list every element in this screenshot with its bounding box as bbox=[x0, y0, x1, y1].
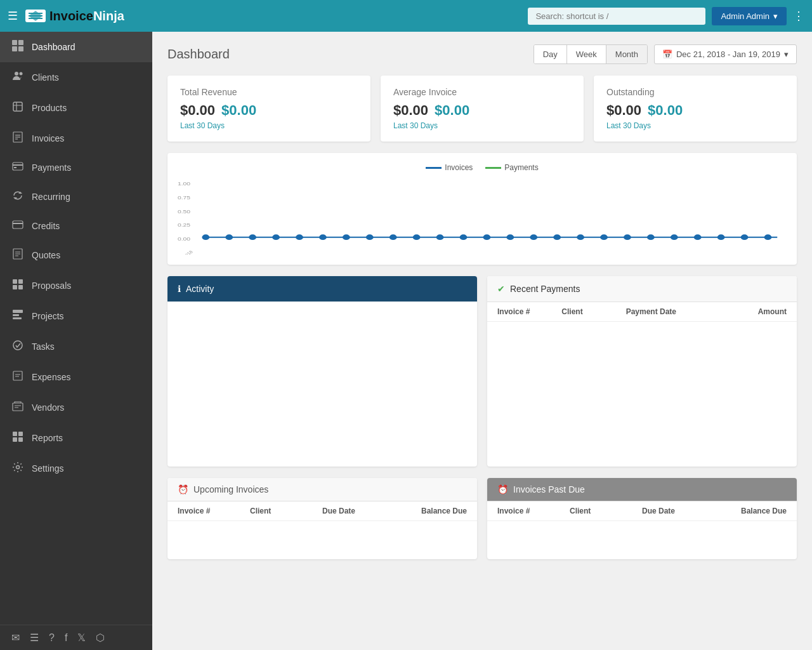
stat-sub-avg: Last 30 Days bbox=[393, 121, 571, 130]
sidebar-label-vendors: Vendors bbox=[32, 402, 64, 413]
stat-title-revenue: Total Revenue bbox=[180, 87, 358, 97]
svg-point-58 bbox=[366, 234, 374, 240]
search-input[interactable] bbox=[528, 8, 705, 25]
svg-text:0.75: 0.75 bbox=[178, 195, 190, 200]
sidebar-label-tasks: Tasks bbox=[32, 342, 55, 352]
topnav: ☰ InvoiceNinja Admin Admin ▾ ⋮ bbox=[0, 0, 812, 32]
expenses-icon bbox=[11, 370, 24, 384]
sidebar-item-dashboard[interactable]: Dashboard bbox=[0, 32, 152, 62]
svg-rect-30 bbox=[13, 310, 23, 313]
date-range-button[interactable]: 📅 Dec 21, 2018 - Jan 19, 2019 ▾ bbox=[654, 44, 797, 64]
upcoming-invoices-card: ⏰ Upcoming Invoices Invoice # Client Due… bbox=[167, 478, 477, 559]
past-due-card: ⏰ Invoices Past Due Invoice # Client Due… bbox=[487, 478, 797, 559]
app-logo: InvoiceNinja bbox=[25, 9, 124, 23]
svg-point-65 bbox=[530, 234, 537, 240]
sidebar-item-tasks[interactable]: Tasks bbox=[0, 331, 152, 362]
period-day-button[interactable]: Day bbox=[534, 45, 567, 63]
dashboard-header: Dashboard Day Week Month 📅 Dec 21, 2018 … bbox=[167, 44, 797, 64]
svg-text:0.25: 0.25 bbox=[178, 223, 190, 228]
past-due-col4: Balance Due bbox=[714, 507, 787, 515]
past-due-body bbox=[487, 521, 797, 559]
sidebar-item-clients[interactable]: Clients bbox=[0, 62, 152, 93]
period-month-button[interactable]: Month bbox=[606, 45, 647, 63]
legend-payments: Payments bbox=[485, 163, 538, 172]
recurring-icon bbox=[11, 190, 24, 204]
upcoming-invoices-title: Upcoming Invoices bbox=[193, 484, 268, 494]
svg-point-51 bbox=[202, 234, 209, 240]
sidebar-item-payments[interactable]: Payments bbox=[0, 154, 152, 182]
sidebar-item-products[interactable]: Products bbox=[0, 93, 152, 123]
menu-dots-icon[interactable]: ⋮ bbox=[793, 9, 804, 23]
activity-info-icon: ℹ bbox=[178, 284, 181, 294]
sidebar-label-proposals: Proposals bbox=[32, 281, 71, 291]
payments-icon bbox=[11, 162, 24, 173]
mail-icon[interactable]: ✉ bbox=[11, 632, 20, 644]
products-icon bbox=[11, 101, 24, 115]
svg-rect-42 bbox=[13, 437, 17, 442]
sidebar-item-vendors[interactable]: Vendors bbox=[0, 392, 152, 423]
svg-rect-40 bbox=[13, 432, 17, 436]
sidebar-item-invoices[interactable]: Invoices bbox=[0, 123, 152, 154]
sidebar-item-projects[interactable]: Projects bbox=[0, 301, 152, 331]
vendors-icon bbox=[11, 401, 24, 415]
facebook-icon[interactable]: f bbox=[65, 632, 67, 644]
svg-point-75 bbox=[764, 234, 772, 240]
checkmark-icon: ✔ bbox=[497, 284, 505, 294]
sidebar-item-settings[interactable]: Settings bbox=[0, 453, 152, 484]
sidebar-item-credits[interactable]: Credits bbox=[0, 212, 152, 240]
svg-point-54 bbox=[272, 234, 280, 240]
legend-invoices-label: Invoices bbox=[445, 163, 473, 172]
activity-title: Activity bbox=[186, 284, 214, 294]
upcoming-invoices-body bbox=[167, 521, 477, 559]
sidebar-item-recurring[interactable]: Recurring bbox=[0, 182, 152, 212]
sidebar-item-expenses[interactable]: Expenses bbox=[0, 362, 152, 392]
list-icon[interactable]: ☰ bbox=[30, 632, 39, 644]
quotes-icon bbox=[11, 248, 24, 262]
svg-point-52 bbox=[225, 234, 233, 240]
credits-icon bbox=[11, 220, 24, 232]
stat-values-avg: $0.00 $0.00 bbox=[393, 102, 571, 119]
period-week-button[interactable]: Week bbox=[567, 45, 606, 63]
hamburger-icon[interactable]: ☰ bbox=[8, 9, 18, 23]
svg-point-33 bbox=[13, 341, 22, 350]
twitter-icon[interactable]: 𝕏 bbox=[77, 632, 86, 644]
svg-point-62 bbox=[460, 234, 468, 240]
stat-values-outstanding: $0.00 $0.00 bbox=[606, 102, 784, 119]
stat-title-outstanding: Outstanding bbox=[606, 87, 784, 97]
svg-point-53 bbox=[249, 234, 256, 240]
activity-body bbox=[167, 302, 477, 463]
svg-rect-28 bbox=[13, 285, 17, 289]
date-range-text: Dec 21, 2018 - Jan 19, 2019 bbox=[676, 50, 780, 59]
svg-point-68 bbox=[600, 234, 608, 240]
panel-activity: ℹ Activity bbox=[167, 276, 477, 467]
chart-svg: 1.00 0.75 0.50 0.25 0.00 bbox=[178, 178, 787, 255]
sidebar-label-projects: Projects bbox=[32, 311, 64, 321]
main-content: Dashboard Day Week Month 📅 Dec 21, 2018 … bbox=[152, 32, 812, 650]
sidebar-label-dashboard: Dashboard bbox=[32, 42, 75, 52]
stat-main-revenue: $0.00 bbox=[180, 102, 215, 119]
stat-card-avg-invoice: Average Invoice $0.00 $0.00 Last 30 Days bbox=[381, 76, 584, 142]
past-due-col3: Due Date bbox=[642, 507, 714, 515]
sidebar-item-proposals[interactable]: Proposals bbox=[0, 270, 152, 301]
sidebar: Dashboard Clients Products bbox=[0, 32, 152, 650]
svg-point-57 bbox=[343, 234, 350, 240]
bottom-row: ⏰ Upcoming Invoices Invoice # Client Due… bbox=[167, 478, 797, 559]
upcoming-col4: Balance Due bbox=[395, 507, 467, 515]
tasks-icon bbox=[11, 340, 24, 354]
admin-button[interactable]: Admin Admin ▾ bbox=[712, 7, 787, 25]
svg-rect-31 bbox=[13, 314, 19, 316]
github-icon[interactable]: ⬡ bbox=[96, 632, 105, 644]
col-amount-header: Amount bbox=[723, 307, 787, 316]
proposals-icon bbox=[11, 279, 24, 293]
activity-card: ℹ Activity bbox=[167, 276, 477, 467]
sidebar-label-settings: Settings bbox=[32, 463, 64, 474]
svg-point-63 bbox=[483, 234, 490, 240]
help-icon[interactable]: ? bbox=[49, 632, 55, 644]
svg-rect-6 bbox=[12, 46, 17, 51]
upcoming-invoices-header: ⏰ Upcoming Invoices bbox=[167, 478, 477, 501]
sidebar-item-reports[interactable]: Reports bbox=[0, 423, 152, 453]
svg-point-59 bbox=[390, 234, 397, 240]
svg-point-73 bbox=[717, 234, 725, 240]
settings-icon bbox=[11, 461, 24, 475]
sidebar-item-quotes[interactable]: Quotes bbox=[0, 240, 152, 270]
